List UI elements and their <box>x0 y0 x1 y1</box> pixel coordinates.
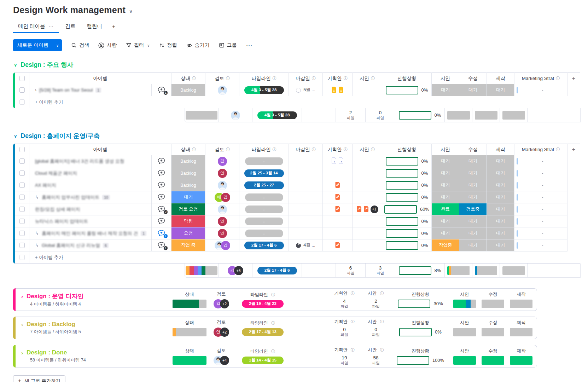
column-header-sian[interactable]: 시안 <box>432 144 459 155</box>
group-name[interactable]: Design : 홈페이지 운영/구축 <box>21 132 100 140</box>
marketing-cell[interactable]: - <box>514 155 567 167</box>
avatar[interactable]: 김 <box>221 241 230 250</box>
checkbox[interactable] <box>19 231 25 236</box>
item-name[interactable]: 홈페이지 메인 페이지 롤링 배너 제작 요청의 건 <box>42 230 138 237</box>
status-chip[interactable]: 대기 <box>487 203 514 215</box>
tab-calendar[interactable]: 캘린더 <box>82 20 107 33</box>
item-name[interactable]: 뉴타닉스 페이지 업데이트 <box>35 218 88 225</box>
item-name[interactable]: AX 페이지 <box>35 182 56 189</box>
timeline-pill[interactable]: - <box>245 230 283 237</box>
column-label[interactable]: 타임라인ⓘ <box>250 292 275 298</box>
chat-button[interactable] <box>157 181 166 189</box>
status-chip[interactable]: 대기 <box>487 239 514 251</box>
timeline-pill[interactable]: 1월 14 - 4월 15 <box>242 357 284 364</box>
item-name[interactable]: 홈페이지 업무사진 업데이트 <box>42 194 99 201</box>
checkbox[interactable] <box>19 147 25 152</box>
group-by-button[interactable]: 그룹 <box>219 42 237 48</box>
timeline-pill[interactable]: 2월 17 - 4월 6 <box>257 267 297 274</box>
review-cell[interactable]: 배김 <box>205 191 239 203</box>
column-label[interactable]: 제작 <box>517 291 526 297</box>
chat-button[interactable] <box>157 193 166 201</box>
marketing-cell[interactable]: - <box>514 227 567 239</box>
column-header-review[interactable]: 검토ⓘ <box>205 144 239 155</box>
review-cell[interactable]: 김 <box>205 155 239 167</box>
sort-button[interactable]: 정렬 <box>159 42 177 48</box>
info-icon[interactable]: ⓘ <box>371 76 375 81</box>
status-chip[interactable]: 대기 <box>459 155 487 167</box>
column-label[interactable]: 진행상황 <box>412 348 429 354</box>
info-icon[interactable]: ⓘ <box>226 76 230 81</box>
avatar-overflow-badge[interactable]: +2 <box>220 299 229 308</box>
review-cell[interactable] <box>205 203 239 215</box>
checkbox[interactable] <box>19 183 25 188</box>
checkbox[interactable] <box>19 243 25 248</box>
column-header-marketing[interactable]: Marketing Stratⓘ <box>514 73 567 84</box>
add-item-row[interactable]: + 아이템 추가 <box>15 251 580 264</box>
info-icon[interactable]: ⓘ <box>351 291 355 296</box>
column-label[interactable]: 상태 <box>185 348 194 354</box>
due-date-cell[interactable] <box>289 227 323 239</box>
avatar[interactable]: 안 <box>218 229 227 238</box>
collapsed-group-info[interactable]: ›Design : 운영 디자인4 아이템들 / 하위아이템 4 <box>13 292 171 307</box>
avatar[interactable]: 안 <box>218 217 227 226</box>
column-header-timeline[interactable]: 타임라인ⓘ <box>239 73 289 84</box>
tab-more-icon[interactable]: ⋯ <box>49 24 54 29</box>
status-chip[interactable]: Backlog <box>171 179 205 191</box>
item-name-cell[interactable]: ↳홈페이지 업무사진 업데이트10 <box>29 191 152 203</box>
add-group-button[interactable]: + 새 그룹 추가하기 <box>13 375 65 382</box>
status-chip[interactable]: 대기 <box>459 191 487 203</box>
due-date-cell[interactable]: 5월 ... <box>289 84 323 96</box>
collapsed-group-info[interactable]: ›Design : Done58 아이템들 / 하위아이템 74 <box>13 349 171 363</box>
item-name[interactable]: Cloud 제품군 페이지 <box>35 170 77 176</box>
plan-files-cell[interactable] <box>323 215 353 227</box>
column-header-status[interactable]: 상태ⓘ <box>171 144 205 155</box>
column-header-review[interactable]: 검토ⓘ <box>205 73 239 84</box>
timeline-pill[interactable]: - <box>245 157 283 165</box>
expand-group-icon[interactable]: › <box>21 293 23 299</box>
plan-files-cell[interactable] <box>323 239 353 251</box>
subitems-icon[interactable]: ↳ <box>35 231 39 236</box>
info-icon[interactable]: ⓘ <box>226 147 230 152</box>
draft-files-cell[interactable] <box>353 167 382 179</box>
item-name[interactable]: [5/28] Team on Tour Seoul <box>39 87 93 93</box>
marketing-cell[interactable]: - <box>514 191 567 203</box>
timeline-pill[interactable]: 2월 25 - 3월 14 <box>244 169 284 177</box>
status-chip[interactable]: 대기 <box>432 167 459 179</box>
search-button[interactable]: 검색 <box>71 42 89 48</box>
new-item-dropdown-icon[interactable]: ∨ <box>53 39 62 51</box>
file-icon[interactable] <box>335 206 340 213</box>
status-chip[interactable]: 검토중 <box>459 203 487 215</box>
status-chip[interactable]: 대기 <box>171 191 205 203</box>
status-chip[interactable]: 대기 <box>432 215 459 227</box>
info-icon[interactable]: ⓘ <box>556 76 560 81</box>
new-item-button[interactable]: 새로운 아이템 ∨ <box>13 39 62 51</box>
item-name[interactable]: Global 홈페이지 신규 리뉴얼 <box>42 242 100 249</box>
column-header-sian[interactable]: 시안 <box>432 73 459 84</box>
group-name[interactable]: Design : Backlog <box>27 321 75 328</box>
column-label[interactable]: 시안ⓘ <box>368 319 384 325</box>
column-header-status[interactable]: 상태ⓘ <box>171 73 205 84</box>
timeline-pill[interactable]: 2월 19 - 4월 23 <box>242 300 284 308</box>
checkbox[interactable] <box>19 76 25 81</box>
file-icon[interactable] <box>338 157 344 165</box>
group-name[interactable]: Design : Done <box>27 349 67 356</box>
status-chip[interactable]: 대기 <box>432 191 459 203</box>
column-label[interactable]: 진행상황 <box>412 291 429 297</box>
column-label[interactable]: 시안 <box>460 320 469 326</box>
column-label[interactable]: 진행상황 <box>412 320 429 326</box>
avatar[interactable] <box>218 205 227 214</box>
review-avatars[interactable]: 김+2 <box>214 299 229 308</box>
column-label[interactable]: 기획안ⓘ <box>334 319 355 325</box>
timeline-pill[interactable]: 2월 17 - 4월 6 <box>244 242 284 249</box>
info-icon[interactable]: ⓘ <box>271 349 275 354</box>
column-label[interactable]: 검토 <box>217 319 226 325</box>
status-chip[interactable]: 대기 <box>487 179 514 191</box>
marketing-cell[interactable]: - <box>514 167 567 179</box>
draft-files-cell[interactable] <box>353 155 382 167</box>
status-chip[interactable]: Backlog <box>171 155 205 167</box>
subitems-icon[interactable]: ↳ <box>35 195 39 200</box>
column-label[interactable]: 기획안ⓘ <box>334 347 355 353</box>
status-chip[interactable]: 검토 요청 <box>171 203 205 215</box>
info-icon[interactable]: ⓘ <box>312 147 316 152</box>
column-label[interactable]: 검토 <box>217 348 226 354</box>
